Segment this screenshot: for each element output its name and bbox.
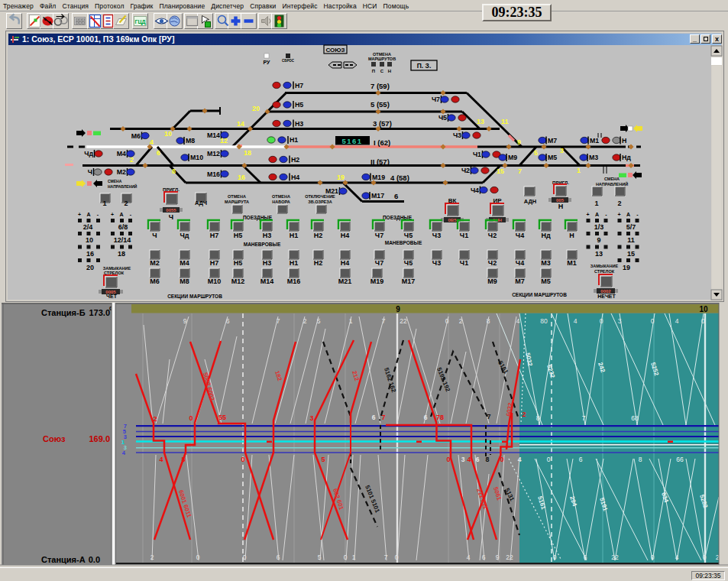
svg-text:Станция-Б: Станция-Б: [41, 308, 86, 317]
svg-text:6: 6: [372, 414, 376, 421]
svg-text:169.0: 169.0: [89, 434, 110, 443]
svg-text:0: 0: [241, 456, 244, 463]
svg-text:0: 0: [189, 414, 193, 422]
svg-text:0.0: 0.0: [89, 555, 100, 564]
svg-text:3: 3: [461, 456, 465, 463]
svg-text:0: 0: [446, 456, 450, 463]
svg-text:8: 8: [485, 456, 489, 463]
svg-text:7: 7: [381, 414, 385, 421]
svg-text:7: 7: [487, 413, 490, 420]
svg-text:2: 2: [522, 411, 526, 418]
svg-text:6: 6: [424, 414, 428, 421]
svg-text:68: 68: [631, 414, 639, 422]
svg-text:Союз: Союз: [43, 434, 66, 443]
svg-text:3: 3: [309, 414, 313, 422]
svg-text:4: 4: [675, 317, 679, 325]
svg-text:78: 78: [436, 414, 444, 421]
svg-text:10: 10: [699, 305, 708, 313]
svg-text:ГЦД: ГЦД: [134, 19, 145, 25]
svg-text:2: 2: [153, 415, 157, 423]
svg-text:6: 6: [579, 456, 583, 463]
svg-text:4: 4: [159, 456, 163, 463]
svg-text:80: 80: [540, 317, 548, 325]
svg-text:4: 4: [518, 456, 522, 463]
svg-text:Станция-А: Станция-А: [41, 555, 86, 564]
svg-text:9: 9: [396, 305, 400, 313]
svg-text:8: 8: [181, 456, 185, 463]
svg-text:22: 22: [506, 553, 513, 561]
svg-text:0: 0: [547, 456, 551, 463]
svg-text:6: 6: [476, 456, 480, 463]
svg-text:5: 5: [321, 456, 325, 463]
svg-text:0: 0: [500, 456, 503, 463]
svg-text:22: 22: [400, 317, 407, 325]
svg-text:173.0: 173.0: [89, 308, 110, 317]
svg-text:7: 7: [582, 414, 586, 422]
svg-text:8: 8: [639, 456, 642, 463]
svg-text:4: 4: [467, 456, 471, 463]
svg-text:4: 4: [516, 317, 520, 325]
svg-text:55: 55: [218, 414, 226, 421]
svg-text:66: 66: [676, 456, 684, 463]
svg-text:4: 4: [574, 317, 578, 325]
svg-text:8: 8: [536, 414, 540, 422]
